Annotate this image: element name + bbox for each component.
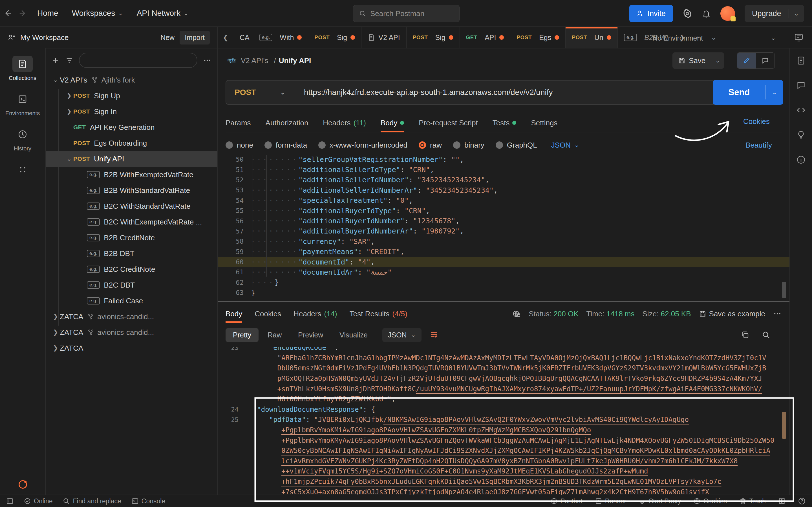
network-icon[interactable]: [512, 309, 521, 318]
statusbar-runner[interactable]: Runner: [595, 497, 626, 505]
tree-row[interactable]: ❯ZATCA: [46, 340, 217, 356]
chevron-right-icon[interactable]: ❯: [65, 108, 73, 115]
avatar[interactable]: [720, 6, 735, 21]
lightbulb-icon[interactable]: [796, 130, 806, 140]
code-snippet-icon[interactable]: [796, 105, 806, 115]
tree-row[interactable]: e.g.B2B WithStandardVatRate: [46, 182, 217, 198]
tab-ca[interactable]: CA: [234, 27, 253, 48]
tree-row[interactable]: ⌄POSTUnify API: [46, 151, 217, 167]
nav-workspaces[interactable]: Workspaces⌄: [72, 9, 123, 18]
request-tab-settings[interactable]: Settings: [531, 114, 557, 132]
url-input[interactable]: https://hanjk4zfrd.execute-api.ap-south-…: [294, 88, 562, 97]
add-icon[interactable]: [51, 56, 60, 64]
response-scrollbar[interactable]: [782, 412, 786, 439]
request-editor-scrollbar[interactable]: [782, 282, 786, 298]
notifications-bell-icon[interactable]: [702, 9, 711, 18]
response-body-viewer[interactable]: 23 "encodedQRCode" : "ARFhaG1hZCBhYmR1cn…: [218, 347, 790, 495]
chevron-right-icon[interactable]: ❯: [65, 92, 73, 100]
body-mode-GraphQL[interactable]: GraphQL: [496, 141, 537, 150]
environment-quick-look-icon[interactable]: [794, 33, 804, 42]
response-tab-test-results[interactable]: Test Results(4/5): [350, 305, 407, 322]
workspace-title[interactable]: My Workspace: [20, 33, 68, 42]
invite-button[interactable]: Invite: [629, 5, 673, 22]
response-tab-headers[interactable]: Headers(14): [294, 305, 337, 322]
tree-row[interactable]: ❯POSTSign In: [46, 104, 217, 119]
request-body-editor[interactable]: 50········"sellerGroupVatRegistrationNum…: [218, 154, 790, 301]
send-menu-chevron-icon[interactable]: ⌄: [766, 89, 783, 96]
tree-row[interactable]: e.g.B2C WithExemptedVatRate ...: [46, 214, 217, 230]
chevron-right-icon[interactable]: ❯: [51, 313, 60, 320]
chevron-down-icon[interactable]: ⌄: [51, 76, 60, 83]
statusbar-console[interactable]: Console: [132, 497, 165, 505]
body-mode-x-www-form-urlencoded[interactable]: x-www-form-urlencoded: [318, 141, 407, 150]
statusbar-trash[interactable]: Trash: [739, 497, 766, 505]
tree-row[interactable]: e.g.B2C DBT: [46, 277, 217, 293]
import-button[interactable]: Import: [180, 31, 210, 45]
cookies-link[interactable]: Cookies: [743, 117, 770, 126]
statusbar-postbot[interactable]: Postbot: [550, 497, 582, 505]
copy-icon[interactable]: [741, 331, 749, 339]
view-pretty[interactable]: Pretty: [225, 328, 259, 342]
tree-row[interactable]: e.g.Failed Case: [46, 293, 217, 309]
tab-v2-api[interactable]: V2 API: [361, 27, 406, 48]
forward-icon[interactable]: [15, 6, 31, 21]
tab-egs[interactable]: POSTEgs: [510, 27, 566, 48]
grid-icon[interactable]: [778, 497, 785, 505]
new-button[interactable]: New: [155, 31, 180, 45]
statusbar-start-proxy[interactable]: Start Proxy: [639, 497, 681, 505]
tabs-scroll-left-icon[interactable]: ❮: [218, 27, 234, 48]
request-tab-tests[interactable]: Tests: [493, 114, 516, 132]
tree-row[interactable]: e.g.B2B WithExemptedVatRate: [46, 167, 217, 182]
response-tab-cookies[interactable]: Cookies: [255, 305, 281, 322]
chevron-right-icon[interactable]: ❯: [51, 329, 60, 336]
tree-row[interactable]: POSTEgs Onboarding: [46, 135, 217, 151]
statusbar-find-and-replace[interactable]: Find and replace: [63, 497, 121, 505]
notification-ring-icon[interactable]: [17, 479, 29, 490]
nav-api-network[interactable]: API Network⌄: [137, 9, 189, 18]
gear-icon[interactable]: [682, 9, 692, 18]
upgrade-button[interactable]: Upgrade ⌄: [745, 5, 804, 22]
body-mode-form-data[interactable]: form-data: [264, 141, 307, 150]
nav-home[interactable]: Home: [37, 9, 58, 18]
documentation-icon[interactable]: [796, 56, 806, 65]
method-select[interactable]: POST⌄: [226, 88, 294, 97]
help-icon[interactable]: [798, 497, 806, 505]
sidebar-toggle-icon[interactable]: [6, 497, 13, 505]
response-format-select[interactable]: JSON⌄: [382, 328, 421, 342]
tree-row[interactable]: ❯POSTSign Up: [46, 88, 217, 104]
tab-sig[interactable]: POSTSig: [407, 27, 460, 48]
response-tab-body[interactable]: Body: [225, 305, 242, 322]
environment-selector[interactable]: No Environment⌄: [648, 31, 780, 45]
comments-icon[interactable]: [796, 80, 806, 90]
request-tab-authorization[interactable]: Authorization: [266, 114, 308, 132]
body-mode-raw[interactable]: raw: [419, 141, 442, 150]
tree-row[interactable]: GETAPI Key Generation: [46, 119, 217, 135]
tree-row[interactable]: ⌄V2 API'sAjith's fork: [46, 72, 217, 88]
rail-item-apps[interactable]: [12, 161, 33, 178]
send-button[interactable]: Send ⌄: [713, 80, 783, 105]
chevron-down-icon[interactable]: ⌄: [65, 155, 73, 163]
tree-row[interactable]: e.g.B2C WithStandardVatRate: [46, 198, 217, 214]
view-raw[interactable]: Raw: [260, 328, 289, 342]
body-mode-none[interactable]: none: [225, 141, 253, 150]
tree-row[interactable]: e.g.B2B DBT: [46, 245, 217, 262]
tree-row[interactable]: ❯ZATCAavionics-candid...: [46, 325, 217, 340]
tab-sig[interactable]: POSTSig: [308, 27, 361, 48]
view-preview[interactable]: Preview: [291, 328, 331, 342]
wrap-lines-icon[interactable]: [429, 330, 439, 339]
tree-row[interactable]: e.g.B2B CreditNote: [46, 230, 217, 245]
search-input[interactable]: Search Postman: [353, 5, 460, 22]
filter-icon[interactable]: [65, 56, 73, 64]
body-format-select[interactable]: JSON⌄: [551, 141, 579, 150]
tree-row[interactable]: e.g.B2C CreditNote: [46, 262, 217, 277]
comment-icon[interactable]: [756, 53, 774, 68]
pane-divider[interactable]: [218, 301, 790, 302]
response-more-icon[interactable]: [773, 309, 781, 318]
search-response-icon[interactable]: [762, 331, 770, 339]
view-visualize[interactable]: Visualize: [332, 328, 375, 342]
pencil-icon[interactable]: [737, 53, 756, 68]
statusbar-cookies[interactable]: Cookies: [693, 497, 727, 505]
save-button[interactable]: Save ⌄: [672, 52, 724, 69]
rail-item-environments[interactable]: Environments: [5, 91, 40, 117]
body-mode-binary[interactable]: binary: [453, 141, 485, 150]
